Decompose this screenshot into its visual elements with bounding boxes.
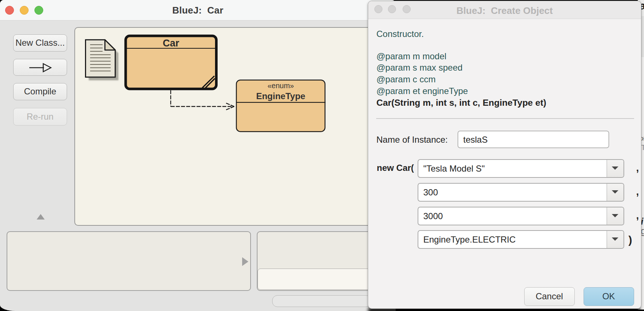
svg-text:«enum»: «enum» [267, 82, 294, 90]
svg-text:Car: Car [163, 38, 179, 49]
svg-text:EngineType: EngineType [256, 91, 305, 101]
